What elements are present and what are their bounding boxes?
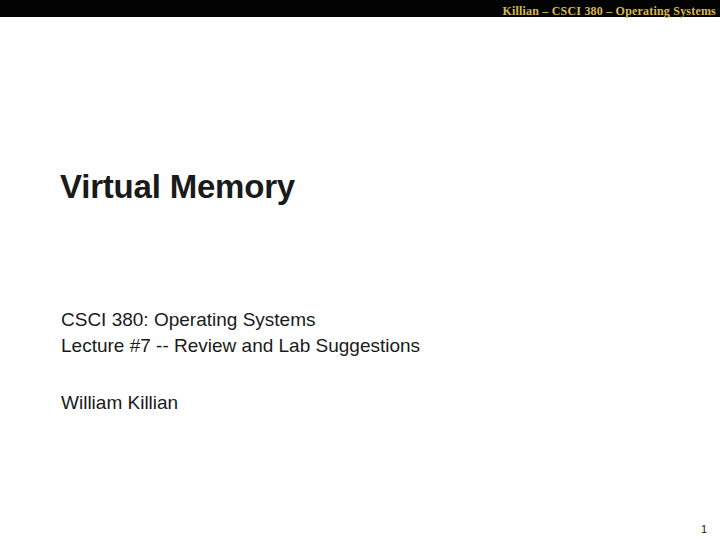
page-number: 1 xyxy=(701,524,707,535)
slide-header-bar: Killian – CSCI 380 – Operating Systems xyxy=(0,0,720,17)
course-line: CSCI 380: Operating Systems xyxy=(61,307,420,333)
lecture-line: Lecture #7 -- Review and Lab Suggestions xyxy=(61,333,420,359)
slide-body-text: CSCI 380: Operating Systems Lecture #7 -… xyxy=(61,307,420,416)
course-header-label: Killian – CSCI 380 – Operating Systems xyxy=(502,4,716,18)
slide-title: Virtual Memory xyxy=(60,170,295,203)
slide-canvas: Killian – CSCI 380 – Operating Systems V… xyxy=(0,0,720,540)
author-line: William Killian xyxy=(61,390,420,416)
